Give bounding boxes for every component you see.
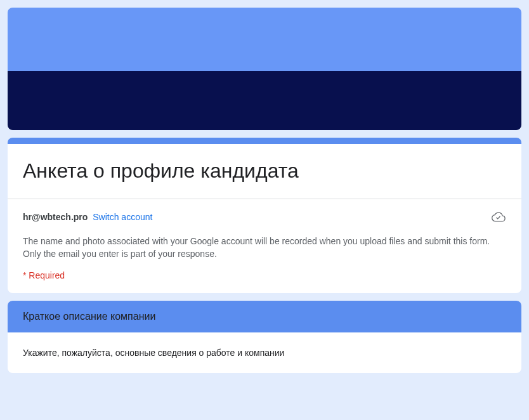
account-row: hr@wbtech.pro Switch account [23, 209, 506, 225]
banner-bottom-stripe [8, 71, 521, 130]
section-description: Укажите, пожалуйста, основные сведения о… [23, 348, 506, 358]
section-card: Краткое описание компании Укажите, пожал… [8, 301, 521, 373]
section-body: Укажите, пожалуйста, основные сведения о… [8, 332, 521, 373]
section-title: Краткое описание компании [23, 311, 506, 322]
section-header: Краткое описание компании [8, 301, 521, 332]
cloud-done-icon [491, 209, 506, 225]
required-label: * Required [23, 270, 506, 280]
form-header-card: Анкета о профиле кандидата hr@wbtech.pro… [8, 138, 521, 293]
banner-top-stripe [8, 8, 521, 71]
account-section: hr@wbtech.pro Switch account The name an… [8, 199, 521, 293]
form-description: The name and photo associated with your … [23, 235, 506, 260]
switch-account-link[interactable]: Switch account [93, 212, 152, 222]
account-text: hr@wbtech.pro Switch account [23, 212, 152, 222]
form-title: Анкета о профиле кандидата [23, 158, 506, 183]
title-section: Анкета о профиле кандидата [8, 144, 521, 199]
form-banner [8, 8, 521, 130]
account-email: hr@wbtech.pro [23, 212, 88, 222]
